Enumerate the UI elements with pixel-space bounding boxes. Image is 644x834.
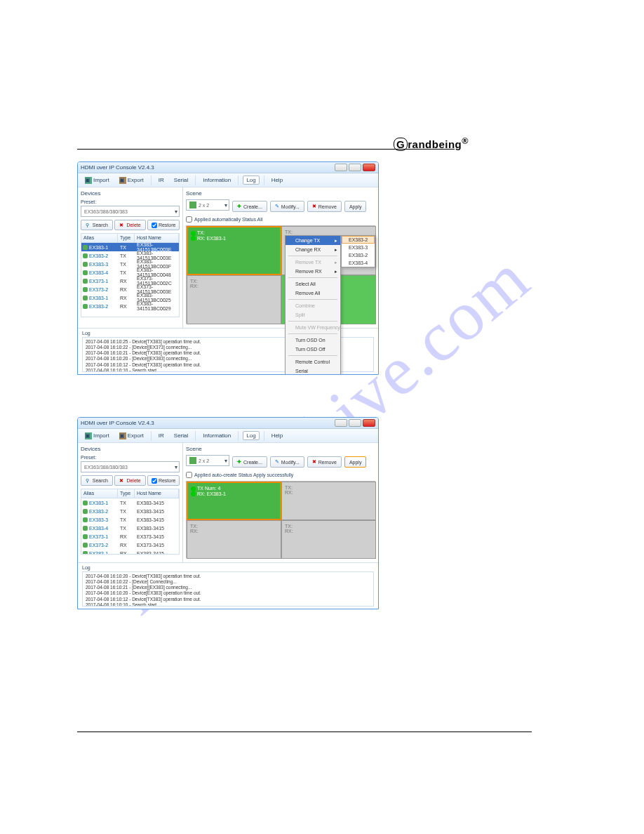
info-button[interactable]: Information	[200, 176, 234, 184]
devices-label: Devices	[81, 190, 180, 197]
apply-button[interactable]: Apply	[344, 456, 367, 468]
submenu-item[interactable]: EX383-3	[342, 244, 375, 251]
apply-button[interactable]: Apply	[344, 201, 367, 212]
create-button[interactable]: ✚Create...	[232, 201, 267, 212]
app-window-1: HDMI over IP Console V2.4.3 ▣Import ▣Exp…	[77, 161, 379, 375]
auto-apply-check[interactable]: Applied automatically Status All	[186, 216, 375, 223]
help-button[interactable]: Help	[269, 432, 286, 439]
import-button[interactable]: ▣Import	[82, 176, 112, 185]
log-label: Log	[82, 565, 374, 570]
preset-label: Preset:	[81, 455, 180, 460]
log-box[interactable]: 2017-04-08 16:10:20 - Device[TX383] oper…	[82, 571, 374, 607]
cell-1[interactable]: TX: RX: EX383-1	[187, 226, 281, 275]
preset-label: Preset:	[81, 199, 180, 204]
title-bar: HDMI over IP Console V2.4.3	[78, 418, 378, 429]
preset-combo[interactable]: EX363/388/380/383	[81, 206, 180, 217]
window-title: HDMI over IP Console V2.4.3	[81, 164, 335, 171]
menu-split: Split	[286, 310, 340, 319]
serial-button[interactable]: Serial	[171, 432, 191, 439]
context-menu[interactable]: Change TX▸ Change RX▸ Remove TX▸ Remove …	[285, 235, 341, 375]
scene-label: Scene	[186, 446, 375, 452]
auto-apply-check[interactable]: Applied auto-create Status Apply success…	[186, 472, 375, 478]
menu-change-tx[interactable]: Change TX▸	[286, 236, 340, 245]
submenu-item[interactable]: EX383-2	[342, 251, 375, 259]
serial-button[interactable]: Serial	[171, 176, 191, 184]
maximize-button[interactable]	[349, 164, 361, 171]
scene-grid[interactable]: TX Num: 4 RX: EX383-1 TX:RX: TX:RX: TX:R…	[186, 481, 375, 558]
menu-remove-all[interactable]: Remove All	[286, 289, 340, 298]
remove-button[interactable]: ✖Remove	[307, 201, 342, 212]
modify-button[interactable]: ✎Modify...	[270, 456, 304, 468]
cell-4[interactable]: TX:RX:	[281, 520, 376, 559]
menu-osd-off[interactable]: Turn OSD Off	[286, 345, 340, 354]
device-list[interactable]: EX383-1TXEX383-3415 EX383-2TXEX383-3415 …	[81, 498, 180, 555]
info-button[interactable]: Information	[200, 432, 234, 439]
title-bar: HDMI over IP Console V2.4.3	[78, 162, 378, 173]
search-button[interactable]: ⚲Search	[81, 220, 113, 230]
cell-2[interactable]: TX:RX:	[281, 482, 376, 520]
devices-pane: Devices Preset: EX363/388/380/383 ⚲Searc…	[78, 187, 183, 328]
close-button[interactable]	[363, 419, 375, 427]
maximize-button[interactable]	[349, 419, 361, 427]
menu-remote[interactable]: Remote Control	[286, 357, 340, 366]
delete-button[interactable]: ✖Delete	[114, 475, 147, 486]
divider-bottom	[77, 732, 532, 732]
toolbar: ▣Import ▣Export IR Serial Information Lo…	[78, 173, 378, 187]
app-window-2: HDMI over IP Console V2.4.3 ▣Import ▣Exp…	[77, 417, 379, 609]
scene-pane: Scene 2 x 2 ✚Create... ✎Modify... ✖Remov…	[183, 187, 378, 328]
export-button[interactable]: ▣Export	[116, 176, 147, 185]
device-list[interactable]: EX383-1TXEX383-341513BC003E EX383-2TXEX3…	[81, 243, 180, 317]
menu-combine: Combine	[286, 301, 340, 310]
submenu-tx[interactable]: EX383-2 EX383-3 EX383-2 EX383-4	[341, 235, 375, 267]
remove-button[interactable]: ✖Remove	[307, 456, 342, 468]
import-button[interactable]: ▣Import	[82, 432, 112, 440]
create-button[interactable]: ✚Create...	[232, 456, 267, 468]
scene-label: Scene	[186, 190, 375, 197]
log-button[interactable]: Log	[243, 176, 259, 185]
device-list-header: AliasTypeHost Name	[81, 489, 180, 498]
menu-remove-rx[interactable]: Remove RX▸	[286, 267, 340, 276]
device-list-header: AliasTypeHost Name	[81, 233, 180, 243]
cell-3[interactable]: TX:RX:	[187, 520, 281, 559]
export-button[interactable]: ▣Export	[116, 432, 147, 440]
cell-3[interactable]: TX:RX:	[187, 275, 281, 324]
restore-button[interactable]: Restore	[147, 220, 180, 230]
layout-combo[interactable]: 2 x 2	[186, 199, 229, 211]
layout-combo[interactable]: 2 x 2	[186, 455, 229, 466]
minimize-button[interactable]	[335, 164, 347, 171]
log-pane: Log 2017-04-08 16:10:20 - Device[TX383] …	[78, 562, 378, 609]
window-title: HDMI over IP Console V2.4.3	[81, 420, 335, 426]
toolbar: ▣Import ▣Export IR Serial Information Lo…	[78, 429, 378, 443]
devices-label: Devices	[81, 446, 180, 452]
divider-top	[77, 149, 455, 150]
scene-pane: Scene 2 x 2 ✚Create... ✎Modify... ✖Remov…	[183, 443, 378, 562]
devices-pane: Devices Preset: EX363/388/380/383 ⚲Searc…	[78, 443, 183, 562]
minimize-button[interactable]	[335, 419, 347, 427]
search-button[interactable]: ⚲Search	[81, 475, 113, 486]
submenu-item[interactable]: EX383-4	[342, 259, 375, 267]
submenu-item[interactable]: EX383-2	[342, 236, 375, 244]
menu-osd-on[interactable]: Turn OSD On	[286, 336, 340, 345]
restore-button[interactable]: Restore	[147, 475, 180, 486]
modify-button[interactable]: ✎Modify...	[270, 201, 304, 212]
cell-1[interactable]: TX Num: 4 RX: EX383-1	[187, 482, 281, 520]
help-button[interactable]: Help	[269, 176, 286, 184]
log-button[interactable]: Log	[243, 431, 259, 440]
ir-button[interactable]: IR	[156, 432, 167, 439]
close-button[interactable]	[363, 164, 375, 171]
menu-serial[interactable]: Serial	[286, 366, 340, 375]
ir-button[interactable]: IR	[156, 176, 167, 184]
menu-remove-tx: Remove TX▸	[286, 258, 340, 267]
menu-select-all[interactable]: Select All	[286, 279, 340, 289]
menu-mute-vw: Mute VW Frequency	[286, 323, 340, 332]
delete-button[interactable]: ✖Delete	[114, 220, 147, 230]
preset-combo[interactable]: EX363/388/380/383	[81, 461, 180, 472]
menu-change-rx[interactable]: Change RX▸	[286, 245, 340, 254]
